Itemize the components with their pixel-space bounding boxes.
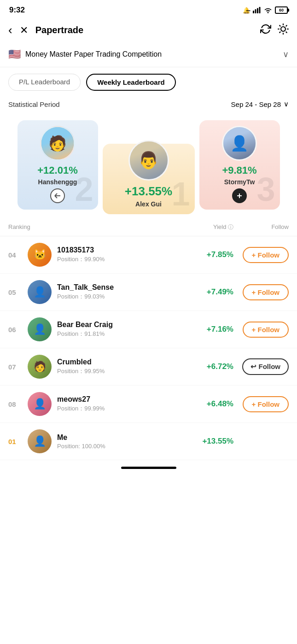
- yield-info-icon: ⓘ: [228, 224, 233, 230]
- svg-rect-3: [259, 7, 261, 13]
- follow-button: ↩ Follow: [233, 358, 289, 375]
- follow-orange-button[interactable]: + Follow: [243, 396, 289, 412]
- home-bar: [121, 467, 176, 469]
- svg-line-12: [286, 25, 286, 26]
- row-username: Tan_Talk_Sense: [57, 283, 192, 292]
- username-first: Alex Gui: [135, 200, 162, 208]
- podium-card-second: 2 🧑 +12.01% Hanshenggg: [17, 120, 98, 210]
- table-row: 07 🧑 Crumbled Position：99.95% +6.72% ↩ F…: [0, 348, 297, 386]
- competition-bar[interactable]: 🇺🇸 Money Master Paper Trading Competitio…: [0, 42, 297, 67]
- row-rank: 01: [8, 438, 23, 445]
- period-value[interactable]: Sep 24 - Sep 28 ∨: [231, 100, 289, 108]
- follow-button: + Follow: [233, 322, 289, 338]
- podium-section: 2 🧑 +12.01% Hanshenggg 1 👨 +13.55% Alex …: [0, 116, 297, 219]
- signal-icon: [253, 7, 261, 13]
- avatar-second: 🧑: [40, 126, 75, 161]
- avatar-third: 👤: [222, 126, 257, 161]
- row-avatar: 🧑: [28, 355, 52, 379]
- mute-icon: 🔔̶: [243, 7, 250, 14]
- yield-second: +12.01%: [37, 164, 77, 176]
- period-dropdown-icon: ∨: [284, 100, 289, 108]
- row-avatar: 👤: [28, 429, 52, 453]
- svg-line-8: [286, 32, 286, 32]
- time: 9:32: [9, 6, 25, 15]
- follow-orange-button[interactable]: + Follow: [243, 322, 289, 338]
- period-label: Statistical Period: [8, 100, 60, 108]
- avatar-first: 👨: [128, 140, 169, 181]
- row-rank: 04: [8, 251, 23, 259]
- row-info: Tan_Talk_Sense Position：99.03%: [57, 283, 192, 301]
- theme-icon[interactable]: [278, 23, 289, 37]
- row-info: 101835173 Position：99.90%: [57, 246, 192, 263]
- row-position: Position：91.81%: [57, 330, 192, 338]
- row-avatar: 🐱: [28, 243, 52, 267]
- username-third: StormyTw: [224, 178, 255, 186]
- follow-button: + Follow: [233, 247, 289, 263]
- row-info: meows27 Position：99.99%: [57, 395, 192, 413]
- svg-line-11: [280, 32, 280, 32]
- row-info: Crumbled Position：99.95%: [57, 358, 192, 375]
- row-avatar: 👤: [28, 392, 52, 416]
- competition-name: Money Master Paper Trading Competition: [25, 50, 278, 59]
- row-position: Position: 100.00%: [57, 443, 192, 450]
- competition-dropdown-icon: ∨: [283, 49, 289, 59]
- row-rank: 06: [8, 326, 23, 334]
- row-info: Bear Bear Craig Position：91.81%: [57, 321, 192, 338]
- follow-orange-button[interactable]: + Follow: [243, 247, 289, 263]
- row-yield: +7.85%: [192, 250, 233, 259]
- row-rank: 08: [8, 400, 23, 408]
- row-position: Position：99.90%: [57, 255, 192, 263]
- row-yield: +13.55%: [192, 437, 233, 446]
- period-dates: Sep 24 - Sep 28: [231, 100, 281, 108]
- row-rank: 05: [8, 288, 23, 296]
- yield-first: +13.55%: [125, 184, 172, 199]
- row-username: Me: [57, 433, 192, 442]
- rank-number-third: 3: [256, 173, 275, 206]
- battery-icon: 60: [275, 6, 288, 14]
- row-username: Bear Bear Craig: [57, 321, 192, 329]
- table-row: 01 👤 Me Position: 100.00% +13.55%: [0, 423, 297, 460]
- svg-line-7: [280, 25, 280, 26]
- svg-rect-2: [257, 8, 258, 14]
- username-second: Hanshenggg: [38, 178, 77, 186]
- row-position: Position：99.03%: [57, 293, 192, 301]
- follow-dark-button[interactable]: ↩ Follow: [242, 358, 289, 375]
- svg-rect-1: [255, 9, 256, 13]
- row-info: Me Position: 100.00%: [57, 433, 192, 450]
- back-button[interactable]: ‹: [8, 23, 12, 37]
- status-icons: 🔔̶ 60: [243, 6, 288, 14]
- tab-weekly-leaderboard[interactable]: Weekly Leaderboard: [86, 74, 175, 91]
- table-row: 08 👤 meows27 Position：99.99% +6.48% + Fo…: [0, 386, 297, 423]
- table-row: 05 👤 Tan_Talk_Sense Position：99.03% +7.4…: [0, 274, 297, 311]
- yield-third: +9.81%: [222, 164, 256, 176]
- nav-right-actions: [260, 23, 289, 37]
- th-follow: Follow: [233, 223, 289, 231]
- close-button[interactable]: ✕: [20, 24, 28, 36]
- leaderboard-tabs: P/L Leaderboard Weekly Leaderboard: [0, 67, 297, 95]
- svg-rect-0: [253, 11, 254, 13]
- th-user: [31, 223, 183, 231]
- period-bar: Statistical Period Sep 24 - Sep 28 ∨: [0, 95, 297, 116]
- podium-card-first: 1 👨 +13.55% Alex Gui: [103, 144, 195, 214]
- th-yield: Yield ⓘ: [183, 223, 233, 231]
- svg-point-4: [281, 27, 285, 31]
- row-yield: +7.16%: [192, 325, 233, 334]
- row-position: Position：99.99%: [57, 404, 192, 413]
- follow-button-second[interactable]: [50, 188, 65, 203]
- table-row: 04 🐱 101835173 Position：99.90% +7.85% + …: [0, 236, 297, 274]
- follow-button-third[interactable]: [232, 188, 247, 203]
- status-bar: 9:32 🔔̶ 60: [0, 0, 297, 18]
- follow-orange-button[interactable]: + Follow: [243, 284, 289, 300]
- tab-pl-leaderboard[interactable]: P/L Leaderboard: [8, 74, 81, 91]
- table-row: 06 👤 Bear Bear Craig Position：91.81% +7.…: [0, 311, 297, 348]
- home-indicator: [0, 460, 297, 473]
- podium-card-third: 3 👤 +9.81% StormyTw: [199, 120, 280, 210]
- competition-flag: 🇺🇸: [8, 48, 21, 60]
- table-header: Ranking Yield ⓘ Follow: [0, 219, 297, 236]
- follow-button: + Follow: [233, 284, 289, 300]
- follow-button: + Follow: [233, 396, 289, 412]
- row-username: meows27: [57, 395, 192, 404]
- leaderboard-table: 04 🐱 101835173 Position：99.90% +7.85% + …: [0, 236, 297, 460]
- refresh-icon[interactable]: [260, 23, 271, 37]
- row-yield: +6.48%: [192, 399, 233, 409]
